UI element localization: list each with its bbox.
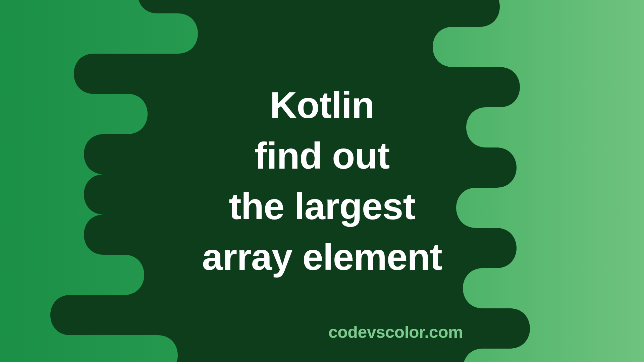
title-line-2: find out <box>255 130 389 181</box>
attribution-text: codevscolor.com <box>328 322 463 342</box>
title-line-1: Kotlin <box>270 80 374 130</box>
title-container: Kotlin find out the largest array elemen… <box>0 0 644 362</box>
title-line-4: array element <box>202 232 442 282</box>
title-line-3: the largest <box>229 181 415 232</box>
banner-stage: Kotlin find out the largest array elemen… <box>0 0 644 362</box>
